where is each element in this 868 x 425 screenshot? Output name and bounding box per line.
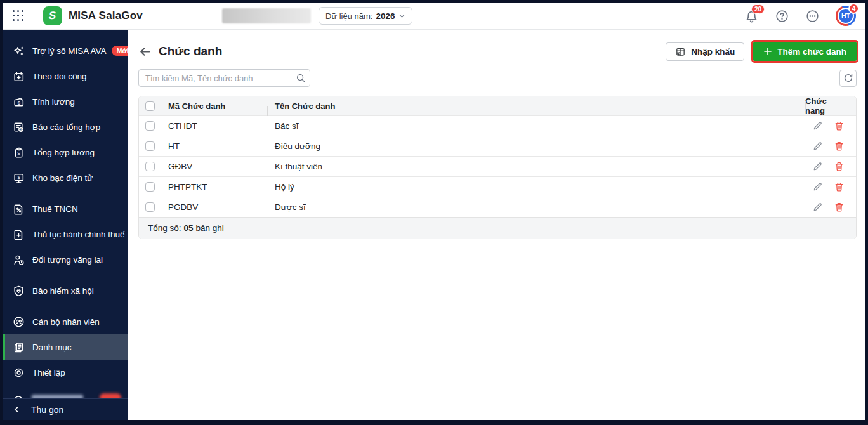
row-checkbox[interactable] [145,202,155,212]
row-checkbox[interactable] [145,121,155,131]
sidebar-collapse-button[interactable]: Thu gọn [3,398,128,420]
total-count: 05 [184,223,194,233]
wallet-icon: $ [13,96,25,108]
import-button-label: Nhập khẩu [691,47,735,56]
svg-text:S: S [17,150,20,156]
chuc-danh-table: Mã Chức danh Tên Chức danh Chức năng CTH… [138,96,857,239]
table-row: PHTPTKT Hộ lý [139,176,856,197]
sidebar-item-label: Bảo hiểm xã hội [32,286,94,296]
sidebar-item-tinh-luong[interactable]: $ Tính lương [3,89,128,114]
sidebar-divider [3,193,128,193]
question-icon [775,10,789,23]
sidebar-item-doi-tuong-vang-lai[interactable]: Đối tượng vãng lai [3,247,128,272]
report-icon: $ [13,121,25,133]
delete-icon[interactable] [833,181,845,193]
sidebar-item-label: Theo dõi công [32,72,87,81]
documents-icon [13,341,25,353]
clipboard-icon: S [13,147,25,159]
search-input[interactable] [139,74,292,83]
total-suffix: bản ghi [196,223,224,233]
plus-icon [763,47,772,56]
table-row: GĐBV Kĩ thuật viên [139,156,856,176]
sidebar-item-can-bo-nhan-vien[interactable]: Cán bộ nhân viên [3,309,128,334]
row-code: GĐBV [168,162,192,171]
sidebar-item-label: Tính lương [32,97,75,107]
column-header-actions: Chức năng [805,96,845,115]
row-checkbox[interactable] [145,182,155,192]
row-checkbox[interactable] [145,162,155,171]
refresh-icon [843,73,853,83]
doc-plus-icon [13,228,25,240]
sidebar-item-thu-tuc-thue[interactable]: Thủ tục hành chính thuế [3,221,128,247]
more-options-button[interactable] [805,9,819,23]
avatar-badge: 4 [848,3,859,14]
sidebar-item-bhxh[interactable]: Bảo hiểm xã hội [3,278,128,303]
sidebar-item-danh-muc[interactable]: Danh mục [3,334,128,360]
sidebar-item-kho-bac[interactable]: $ Kho bạc điện tử [3,165,128,190]
gear-icon [13,367,25,379]
add-button-label: Thêm chức danh [777,47,846,56]
redacted-org-name [222,8,311,23]
back-button[interactable] [138,45,151,58]
app-grid-icon[interactable] [13,10,24,22]
table-row: PGĐBV Dược sĩ [139,197,856,217]
sidebar-item-label: Tổng hợp lương [32,148,95,157]
year-selector[interactable]: Dữ liệu năm: 2026 [319,7,412,25]
delete-icon[interactable] [833,141,845,152]
sidebar-item-clipped[interactable] [3,391,128,398]
monitor-dollar-icon: $ [13,172,25,184]
edit-icon[interactable] [812,161,823,173]
row-name: Bác sĩ [275,121,299,131]
sidebar-item-label: Đối tượng vãng lai [32,255,103,265]
people-icon [13,316,25,328]
person-clock-icon [13,254,25,266]
topbar-actions: 20 HT 4 [744,6,856,26]
table-header: Mã Chức danh Tên Chức danh Chức năng [139,96,856,115]
page-title: Chức danh [159,44,222,58]
sidebar-item-tro-ly-so[interactable]: Trợ lý số MISA AVA Mới [3,38,128,63]
add-chuc-danh-button[interactable]: Thêm chức danh [753,42,857,61]
edit-icon[interactable] [812,181,823,193]
doc-percent-icon [13,203,25,215]
select-all-checkbox[interactable] [145,101,155,111]
delete-icon[interactable] [833,161,845,173]
app-root: S MISA SalaGov Dữ liệu năm: 2026 20 [3,3,865,420]
sidebar-item-label: Cán bộ nhân viên [32,317,100,327]
chevron-left-icon [13,405,21,414]
user-avatar[interactable]: HT 4 [836,6,856,26]
sidebar-item-thiet-lap[interactable]: Thiết lập [3,360,128,385]
sidebar-item-tong-hop-luong[interactable]: S Tổng hợp lương [3,140,128,165]
shield-heart-icon [13,285,25,297]
import-button[interactable]: Nhập khẩu [666,43,744,61]
main-content: Chức danh Nhập khẩu Thêm chức danh [128,30,865,420]
misa-logo: S [43,6,62,25]
edit-icon[interactable] [812,202,823,213]
sidebar-item-label: Thuế TNCN [32,204,78,214]
sidebar: Trợ lý số MISA AVA Mới Theo dõi công $ T… [3,30,128,420]
delete-icon[interactable] [833,202,845,213]
help-button[interactable] [775,9,789,23]
table-row: CTHĐT Bác sĩ [139,115,856,136]
delete-icon[interactable] [833,121,845,132]
edit-icon[interactable] [812,141,823,152]
sidebar-item-bao-cao-tong-hop[interactable]: $ Báo cáo tổng hợp [3,114,128,140]
row-code: PHTPTKT [168,182,207,192]
new-badge: Mới [112,46,128,56]
edit-icon[interactable] [812,121,823,132]
calendar-plus-icon [13,70,25,82]
sidebar-item-theo-doi-cong[interactable]: Theo dõi công [3,63,128,89]
sidebar-divider [3,388,128,388]
search-icon[interactable] [292,73,310,83]
refresh-button[interactable] [839,70,857,87]
sidebar-nav: Trợ lý số MISA AVA Mới Theo dõi công $ T… [3,30,128,398]
chevron-down-icon [398,13,405,20]
sidebar-item-label: Trợ lý số MISA AVA [32,46,107,56]
sidebar-item-label: Báo cáo tổng hợp [32,122,100,132]
year-selector-value: 2026 [376,11,395,21]
row-checkbox[interactable] [145,141,155,151]
row-name: Kĩ thuật viên [275,162,322,171]
collapse-label: Thu gọn [31,405,63,415]
sidebar-item-thue-tncn[interactable]: Thuế TNCN [3,196,128,221]
notifications-button[interactable]: 20 [744,9,758,23]
sidebar-item-label: Danh mục [32,343,72,352]
